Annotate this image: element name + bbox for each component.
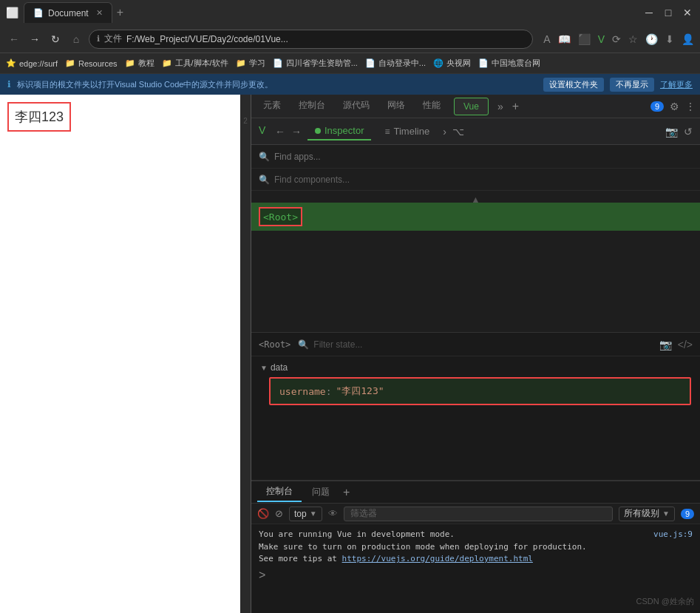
dt-settings-icon[interactable]: ⚙ bbox=[670, 101, 679, 112]
new-tab-button[interactable]: + bbox=[117, 6, 123, 19]
bookmark-edge-surf[interactable]: ⭐ edge://surf bbox=[6, 58, 58, 68]
data-prop-name: username bbox=[279, 386, 326, 397]
info-bar: ℹ 标识项目的根文件夹以打开Visual Studio Code中的源文件并同步… bbox=[0, 74, 700, 95]
ct-filter-box[interactable]: 筛选器 bbox=[344, 507, 613, 521]
vue-extension-icon[interactable]: V bbox=[598, 33, 605, 45]
address-box[interactable]: ℹ 文件 F:/Web_Project/VUE/Day2/code/01Vue.… bbox=[89, 30, 533, 49]
star-icon[interactable]: ☆ bbox=[628, 33, 638, 45]
restore-button[interactable]: □ bbox=[662, 7, 675, 18]
sync-icon[interactable]: ⟳ bbox=[612, 33, 621, 45]
download-icon[interactable]: ⬇ bbox=[665, 33, 674, 45]
dt-right-controls: 9 ⚙ ⋮ bbox=[650, 101, 696, 112]
dt-tab-console[interactable]: 控制台 bbox=[291, 95, 333, 118]
refresh-button[interactable]: ↻ bbox=[47, 33, 64, 45]
console-tab-issues[interactable]: 问题 bbox=[303, 483, 339, 501]
dt-tab-performance[interactable]: 性能 bbox=[415, 95, 448, 118]
console-area: 控制台 问题 + 🚫 ⊘ top ▼ 👁 筛选器 所有级别 ▼ bbox=[251, 480, 700, 613]
root-component-item[interactable]: <Root> bbox=[251, 203, 700, 231]
console-tab-console[interactable]: 控制台 bbox=[257, 482, 302, 502]
page-content: 李四123 2 bbox=[0, 95, 251, 613]
translate-icon[interactable]: A bbox=[543, 33, 550, 45]
dt-more-tabs[interactable]: » bbox=[497, 101, 503, 112]
address-bar: ← → ↻ ⌂ ℹ 文件 F:/Web_Project/VUE/Day2/cod… bbox=[0, 25, 700, 53]
devtools-toolbar: 元素 控制台 源代码 网络 性能 Vue » + 9 ⚙ ⋮ bbox=[251, 95, 700, 118]
ct-top-select[interactable]: top ▼ bbox=[289, 507, 322, 521]
vue-chevron-icon[interactable]: › bbox=[443, 126, 446, 138]
find-components-bar[interactable]: 🔍 Find components... bbox=[251, 169, 700, 191]
bookmark-label: edge://surf bbox=[19, 59, 58, 68]
bookmark-learn[interactable]: 📁 学习 bbox=[236, 58, 265, 69]
minimize-button[interactable]: ─ bbox=[642, 7, 656, 18]
bookmark-tutorial[interactable]: 📁 教程 bbox=[125, 58, 154, 69]
dt-tab-vue[interactable]: Vue bbox=[454, 98, 489, 115]
tab-page-icon: 📄 bbox=[33, 8, 44, 18]
set-root-button[interactable]: 设置根文件夹 bbox=[543, 78, 604, 92]
bookmark-resources[interactable]: 📁 Resources bbox=[65, 58, 118, 68]
home-button[interactable]: ⌂ bbox=[68, 33, 84, 45]
state-code-icon[interactable]: </> bbox=[678, 339, 693, 350]
bookmark-earthquake[interactable]: 📄 中国地震台网 bbox=[478, 58, 540, 69]
dt-more-icon[interactable]: ⋮ bbox=[685, 101, 696, 112]
ct-block-icon[interactable]: ⊘ bbox=[275, 508, 283, 519]
data-colon: : bbox=[326, 386, 332, 397]
ct-level-select[interactable]: 所有级别 ▼ bbox=[619, 507, 675, 521]
dt-add-tab[interactable]: + bbox=[512, 100, 519, 113]
vue-tree-icon[interactable]: ⌥ bbox=[452, 126, 464, 138]
forward-button[interactable]: → bbox=[27, 33, 43, 45]
bookmark-label: 央视网 bbox=[446, 58, 471, 69]
data-section: ▼ data username : "李四123" bbox=[251, 356, 700, 411]
vue-back-arrow[interactable]: ← bbox=[275, 126, 285, 138]
console-line-3: See more tips at https://vuejs.org/guide… bbox=[259, 553, 693, 566]
vue-back-btn[interactable]: V bbox=[259, 125, 269, 138]
extension-icon[interactable]: ⬛ bbox=[578, 33, 591, 45]
bookmark-page-icon: 📄 bbox=[273, 58, 283, 68]
no-show-button[interactable]: 不再显示 bbox=[610, 78, 654, 92]
bookmark-tools[interactable]: 📁 工具/脚本/软件 bbox=[162, 58, 228, 69]
console-prompt[interactable]: > bbox=[259, 569, 693, 582]
dt-tab-element[interactable]: 元素 bbox=[256, 95, 288, 118]
close-button[interactable]: ✕ bbox=[681, 7, 694, 18]
back-button[interactable]: ← bbox=[6, 33, 22, 45]
ct-clear-icon[interactable]: 🚫 bbox=[257, 508, 269, 519]
console-add-tab[interactable]: + bbox=[343, 486, 350, 499]
data-section-label: data bbox=[271, 362, 288, 373]
ct-visibility-icon[interactable]: 👁 bbox=[328, 508, 338, 519]
vue-camera-icon[interactable]: 📷 bbox=[665, 126, 678, 138]
bookmark-cctv[interactable]: 🌐 央视网 bbox=[433, 58, 471, 69]
state-camera-icon[interactable]: 📷 bbox=[659, 339, 672, 350]
vue-refresh-icon[interactable]: ↺ bbox=[684, 126, 693, 138]
svg-text:V: V bbox=[259, 125, 266, 135]
learn-more-link[interactable]: 了解更多 bbox=[660, 79, 693, 90]
console-link-right[interactable]: vue.js:9 bbox=[653, 529, 693, 541]
browser-tab[interactable]: 📄 Document ✕ bbox=[24, 2, 112, 23]
tab-close-button[interactable]: ✕ bbox=[96, 8, 103, 18]
state-filter-text: Filter state... bbox=[313, 339, 362, 350]
ct-top-label: top bbox=[294, 509, 307, 519]
clock-icon[interactable]: 🕐 bbox=[645, 33, 658, 45]
tab-label: Document bbox=[48, 8, 89, 18]
vue-timeline-label: Timeline bbox=[394, 126, 430, 137]
tab-bar: 📄 Document ✕ + bbox=[24, 2, 636, 23]
console-deployment-link[interactable]: https://vuejs.org/guide/deployment.html bbox=[342, 554, 533, 563]
console-output: You are running Vue in development mode.… bbox=[251, 524, 700, 613]
bookmark-page-icon: 📄 bbox=[478, 58, 489, 68]
find-apps-input[interactable] bbox=[274, 152, 693, 162]
page-text-box: 李四123 bbox=[7, 102, 71, 132]
bookmark-autologin[interactable]: 📄 自动登录中... bbox=[365, 58, 426, 69]
vue-timeline-tab[interactable]: ≡ Timeline bbox=[377, 123, 437, 140]
read-icon[interactable]: 📖 bbox=[558, 33, 571, 45]
vue-forward-arrow[interactable]: → bbox=[291, 126, 302, 138]
bookmark-label: Resources bbox=[78, 59, 118, 68]
console-line-1: You are running Vue in development mode.… bbox=[259, 529, 693, 541]
data-prop-value: "李四123" bbox=[336, 385, 384, 398]
comp-search-icon: 🔍 bbox=[259, 175, 270, 185]
dt-tab-source[interactable]: 源代码 bbox=[336, 95, 377, 118]
bookmark-sichuan[interactable]: 📄 四川省学生资助管... bbox=[273, 58, 358, 69]
vue-inspector-tab[interactable]: Inspector bbox=[307, 122, 371, 140]
profile-icon[interactable]: 👤 bbox=[682, 33, 694, 45]
state-root-tag: <Root> bbox=[259, 339, 290, 350]
dt-tab-network[interactable]: 网络 bbox=[380, 95, 412, 118]
ct-level-label: 所有级别 bbox=[624, 507, 659, 520]
state-header: <Root> 🔍 Filter state... 📷 </> bbox=[251, 333, 700, 356]
find-apps-bar[interactable]: 🔍 bbox=[251, 145, 700, 169]
